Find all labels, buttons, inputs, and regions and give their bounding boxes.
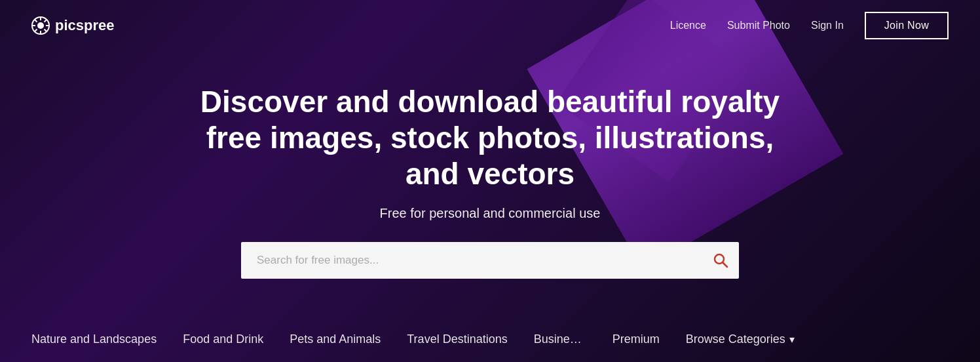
search-icon xyxy=(713,252,728,268)
svg-line-6 xyxy=(35,20,37,22)
logo-text: picspree xyxy=(55,17,115,34)
logo[interactable]: picspree xyxy=(31,16,115,35)
hero-subtitle: Free for personal and commercial use xyxy=(380,206,601,221)
category-nature-landscapes[interactable]: Nature and Landscapes xyxy=(31,325,170,354)
search-container xyxy=(241,242,739,279)
nav-links: Licence Submit Photo Sign In Join Now xyxy=(670,12,949,39)
category-food-drink[interactable]: Food and Drink xyxy=(170,325,276,354)
svg-line-8 xyxy=(45,20,47,22)
submit-photo-link[interactable]: Submit Photo xyxy=(727,20,790,31)
browse-categories-dropdown[interactable]: Browse Categories ▾ xyxy=(673,325,808,354)
navbar: picspree Licence Submit Photo Sign In Jo… xyxy=(0,0,980,51)
sign-in-link[interactable]: Sign In xyxy=(811,20,844,31)
category-travel-destinations[interactable]: Travel Destinations xyxy=(394,325,520,354)
hero-title: Discover and download beautiful royalty … xyxy=(195,84,785,193)
category-pets-animals[interactable]: Pets and Animals xyxy=(276,325,394,354)
svg-line-11 xyxy=(723,262,728,267)
join-now-button[interactable]: Join Now xyxy=(865,12,949,39)
hero-section: picspree Licence Submit Photo Sign In Jo… xyxy=(0,0,980,362)
category-premium[interactable]: Premium xyxy=(599,325,673,354)
chevron-down-icon: ▾ xyxy=(789,333,795,346)
svg-line-9 xyxy=(35,30,37,32)
logo-icon xyxy=(31,16,50,35)
hero-content: Discover and download beautiful royalty … xyxy=(0,51,980,325)
categories-bar: Nature and Landscapes Food and Drink Pet… xyxy=(0,325,980,354)
browse-categories-label: Browse Categories xyxy=(686,332,785,346)
search-input[interactable] xyxy=(241,242,739,279)
search-button[interactable] xyxy=(713,252,728,268)
licence-link[interactable]: Licence xyxy=(670,20,706,31)
category-business[interactable]: Business a xyxy=(521,325,599,354)
svg-point-1 xyxy=(37,22,44,29)
svg-line-7 xyxy=(45,30,47,32)
